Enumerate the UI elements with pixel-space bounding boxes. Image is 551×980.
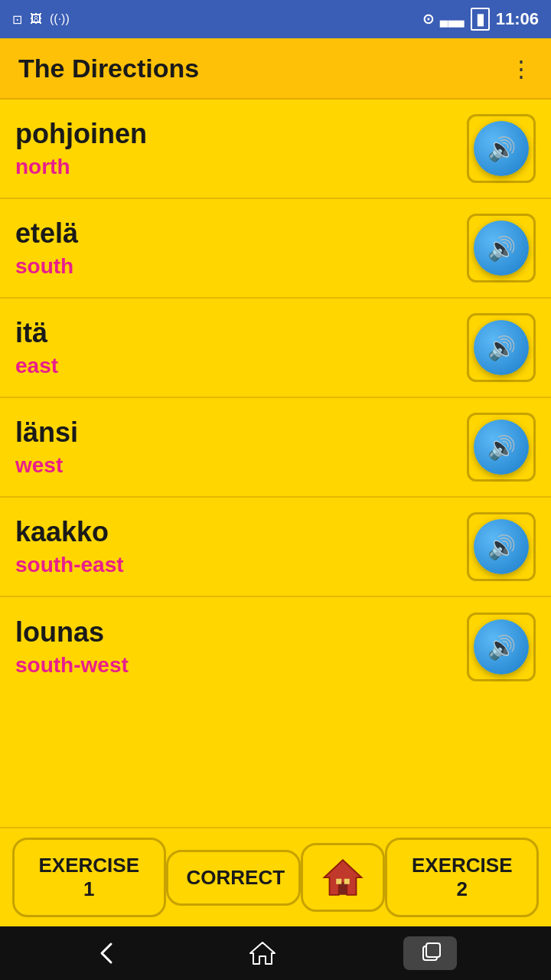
- finnish-word: pohjoinen: [15, 118, 147, 150]
- svg-rect-3: [344, 879, 350, 884]
- cast-icon: ((·)): [50, 12, 70, 26]
- speaker-icon: 🔊: [487, 136, 516, 162]
- finnish-word: lounas: [15, 616, 129, 648]
- sound-button-5[interactable]: 🔊: [467, 612, 536, 681]
- finnish-word: itä: [15, 317, 58, 349]
- battery-icon: ▮: [471, 8, 490, 31]
- list-item: pohjoinen north 🔊: [0, 100, 551, 199]
- svg-rect-1: [339, 883, 347, 895]
- english-word: south: [15, 254, 78, 279]
- svg-rect-6: [426, 943, 440, 957]
- english-word: north: [15, 155, 147, 179]
- word-pair: lounas south-west: [15, 616, 129, 678]
- sound-button-3[interactable]: 🔊: [467, 413, 536, 482]
- word-list: pohjoinen north 🔊 etelä south 🔊 itä east…: [0, 100, 551, 827]
- sound-button-4[interactable]: 🔊: [467, 512, 536, 581]
- speaker-icon: 🔊: [487, 634, 516, 661]
- word-pair: itä east: [15, 317, 58, 378]
- recents-button[interactable]: [403, 936, 457, 970]
- speaker-icon: 🔊: [487, 235, 516, 262]
- list-item: länsi west 🔊: [0, 398, 551, 498]
- back-icon: [94, 939, 122, 967]
- sound-button-1[interactable]: 🔊: [467, 214, 536, 283]
- exercise2-button[interactable]: EXERCISE 2: [385, 838, 539, 917]
- android-home-icon: [249, 939, 276, 967]
- english-word: west: [15, 453, 78, 478]
- finnish-word: etelä: [15, 217, 78, 250]
- status-icons-left: ⊡ 🖼 ((·)): [12, 12, 70, 27]
- home-icon: [321, 856, 364, 899]
- notification-icon: ⊡: [12, 12, 22, 27]
- status-bar: ⊡ 🖼 ((·)) ⊙ ▄▄▄ ▮ 11:06: [0, 0, 551, 38]
- english-word: south-east: [15, 553, 124, 577]
- menu-button[interactable]: ⋮: [510, 55, 533, 82]
- finnish-word: kaakko: [15, 516, 124, 548]
- correct-button[interactable]: CORRECT: [166, 850, 302, 906]
- target-icon: ⊙: [422, 11, 434, 28]
- home-button[interactable]: [301, 843, 385, 912]
- android-nav-bar: [0, 926, 551, 980]
- app-header: The Directions ⋮: [0, 38, 551, 100]
- signal-icon: ▄▄▄: [440, 13, 465, 26]
- speaker-icon: 🔊: [487, 534, 516, 560]
- list-item: itä east 🔊: [0, 299, 551, 398]
- back-button[interactable]: [94, 939, 122, 967]
- android-home-button[interactable]: [249, 939, 276, 967]
- speaker-icon: 🔊: [487, 335, 516, 361]
- list-item: etelä south 🔊: [0, 199, 551, 299]
- svg-rect-2: [337, 879, 342, 884]
- list-item: lounas south-west 🔊: [0, 597, 551, 697]
- english-word: east: [15, 354, 58, 378]
- recents-icon: [403, 936, 457, 970]
- word-pair: länsi west: [15, 416, 78, 478]
- english-word: south-west: [15, 653, 129, 678]
- status-icons-right: ⊙ ▄▄▄ ▮ 11:06: [422, 8, 539, 31]
- clock: 11:06: [496, 9, 539, 29]
- word-pair: kaakko south-east: [15, 516, 124, 577]
- word-pair: etelä south: [15, 217, 78, 279]
- image-icon: 🖼: [30, 12, 42, 26]
- speaker-icon: 🔊: [487, 434, 516, 461]
- word-pair: pohjoinen north: [15, 118, 147, 179]
- bottom-toolbar: EXERCISE 1 CORRECT EXERCISE 2: [0, 827, 551, 926]
- sound-button-0[interactable]: 🔊: [467, 114, 536, 183]
- page-title: The Directions: [18, 54, 199, 83]
- sound-button-2[interactable]: 🔊: [467, 313, 536, 382]
- list-item: kaakko south-east 🔊: [0, 498, 551, 597]
- finnish-word: länsi: [15, 416, 78, 449]
- svg-marker-4: [250, 942, 275, 964]
- exercise1-button[interactable]: EXERCISE 1: [12, 838, 166, 917]
